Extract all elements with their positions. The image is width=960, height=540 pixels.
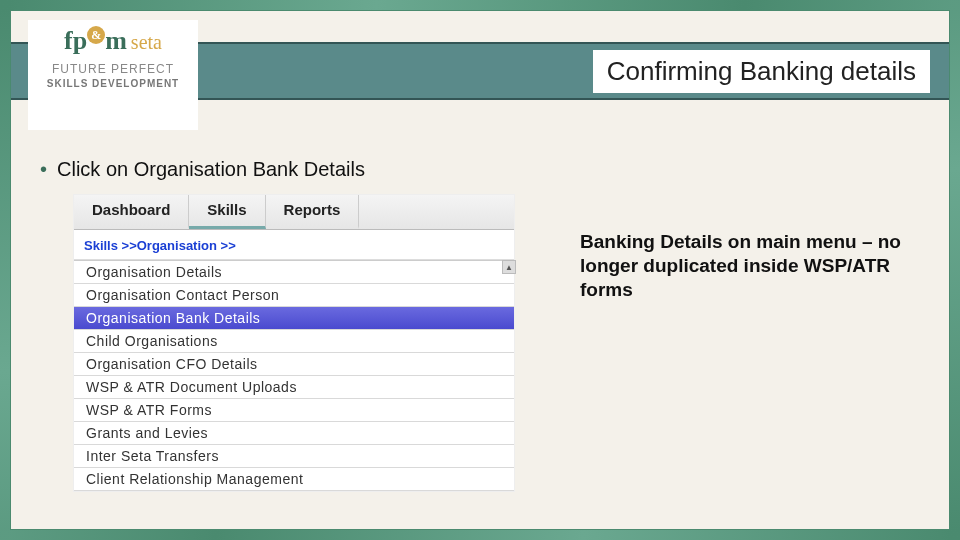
menu-item-child-orgs[interactable]: Child Organisations — [74, 330, 514, 353]
instruction-text: Click on Organisation Bank Details — [57, 158, 365, 180]
slide: Confirming Banking details fp&m seta FUT… — [0, 0, 960, 540]
logo-seta: seta — [131, 31, 162, 54]
instruction-line: •Click on Organisation Bank Details — [40, 158, 365, 181]
menu-item-org-bank-details[interactable]: Organisation Bank Details — [74, 307, 514, 330]
breadcrumb[interactable]: Skills >>Organisation >> — [74, 230, 514, 260]
menu-item-org-cfo[interactable]: Organisation CFO Details — [74, 353, 514, 376]
logo-main: fp&m seta — [64, 26, 162, 56]
logo-ampersand-icon: & — [87, 26, 105, 44]
tab-dashboard[interactable]: Dashboard — [74, 195, 189, 229]
menu-item-inter-seta[interactable]: Inter Seta Transfers — [74, 445, 514, 468]
logo-subtitle-1: FUTURE PERFECT — [52, 62, 174, 76]
menu-item-wsp-atr-uploads[interactable]: WSP & ATR Document Uploads — [74, 376, 514, 399]
menu-item-crm[interactable]: Client Relationship Management — [74, 468, 514, 491]
tab-skills[interactable]: Skills — [189, 195, 265, 229]
callout-note: Banking Details on main menu – no longer… — [580, 230, 910, 301]
menu-item-grants-levies[interactable]: Grants and Levies — [74, 422, 514, 445]
side-menu: Organisation Details Organisation Contac… — [74, 260, 514, 491]
app-screenshot: Dashboard Skills Reports Skills >>Organi… — [74, 195, 514, 491]
tab-reports[interactable]: Reports — [266, 195, 360, 229]
logo: fp&m seta FUTURE PERFECT SKILLS DEVELOPM… — [28, 20, 198, 130]
nav-tabs: Dashboard Skills Reports — [74, 195, 514, 230]
slide-title: Confirming Banking details — [593, 50, 930, 93]
menu-item-org-contact[interactable]: Organisation Contact Person — [74, 284, 514, 307]
side-menu-wrap: ▲ Organisation Details Organisation Cont… — [74, 260, 514, 491]
menu-item-org-details[interactable]: Organisation Details — [74, 261, 514, 284]
scroll-up-icon[interactable]: ▲ — [502, 260, 516, 274]
bullet-icon: • — [40, 158, 47, 180]
logo-fp: fp&m — [64, 26, 127, 56]
menu-item-wsp-atr-forms[interactable]: WSP & ATR Forms — [74, 399, 514, 422]
logo-subtitle-2: SKILLS DEVELOPMENT — [47, 78, 179, 89]
